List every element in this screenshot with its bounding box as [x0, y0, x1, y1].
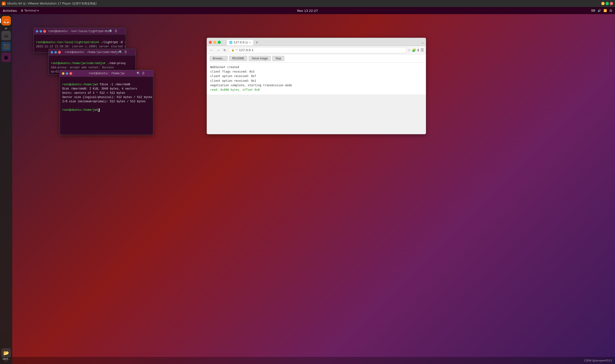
- browser-refresh-button[interactable]: ↻: [222, 47, 228, 53]
- browser-url-bar[interactable]: 🔒 🛡 127.0.0.1: [229, 47, 407, 53]
- minimize-button[interactable]: ─: [601, 2, 605, 5]
- url-text: 127.0.0.1: [239, 48, 254, 52]
- web-content-area: WebSocket created client flags received:…: [207, 63, 426, 94]
- term1-output1: 2023-11-13 21:58:36: (server.c.1989) ser…: [36, 45, 126, 48]
- term3-cursor: ▌: [98, 108, 99, 112]
- ubuntu-topbar: Activities 🖥 Terminal ▾ Nov 13 22:27 ⌨ 🔊…: [0, 7, 615, 14]
- web-app-toolbar: Browse... README Serve Image Stop: [207, 54, 426, 63]
- window-controls: ─ □ ✕: [601, 2, 613, 5]
- term2-cmd1: ./nbd-proxy: [105, 62, 126, 65]
- dock-item-files[interactable]: 🗂: [1, 31, 11, 40]
- volume-icon[interactable]: 🔊: [598, 9, 601, 12]
- web-line-6: read: 0x800 bytes, offset 0x0: [210, 88, 422, 92]
- term1-close-button[interactable]: [43, 30, 46, 33]
- web-line-3: client option received: 0x7: [210, 74, 422, 78]
- web-line-4: client option received: 0x1: [210, 79, 422, 83]
- url-shield-icon: 🛡: [236, 49, 238, 52]
- term3-out1: Disk /dev/nbd0: 2 KiB, 2048 bytes, 4 sec…: [62, 87, 137, 91]
- browser-tab-title: 127.0.0.1/: [234, 41, 248, 44]
- vmware-titlebar: ▶ Ubuntu 64 位- VMware Workstation 17 Pla…: [0, 0, 615, 7]
- vmware-title: Ubuntu 64 位- VMware Workstation 17 Playe…: [7, 2, 601, 6]
- terminal-homejw-titlebar: 🔍 ☰ root@ubuntu: /home/jw: [60, 70, 153, 77]
- browser-close-button[interactable]: [209, 41, 212, 44]
- network-icon[interactable]: 📶: [603, 9, 607, 12]
- term3-prompt1: root@ubuntu:/home/jw#: [62, 83, 98, 86]
- browser-navbar: ← → ↻ 🔒 🛡 127.0.0.1 ☆ 🧩 ⬇ ☰: [207, 46, 426, 54]
- web-line-5: negotiation complete, starting transmiss…: [210, 83, 422, 88]
- term3-max-button[interactable]: [66, 72, 69, 75]
- term2-prompt1: root@ubuntu:/home/jw/code/nbdjs#: [51, 62, 105, 65]
- clock: Nov 13 22:27: [297, 9, 318, 13]
- term1-max-button[interactable]: [39, 30, 42, 33]
- bookmark-icon[interactable]: ☆: [408, 48, 411, 52]
- ubuntu-dock: 🦊 jw 🗂 ⬛ ▣ 📂 Old Fi...: [0, 14, 12, 364]
- terminal-icon: 🖥: [21, 9, 23, 12]
- browser-tabbar: 🌐 127.0.0.1/ ✕ + ⌄: [207, 38, 426, 46]
- dock-item-firefox[interactable]: 🦊: [1, 16, 11, 26]
- browser-max-button[interactable]: [218, 41, 221, 44]
- term3-out3: Sector size (logical/physical): 512 byte…: [62, 96, 152, 99]
- term2-search-icon[interactable]: 🔍: [119, 51, 122, 54]
- stop-button[interactable]: Stop: [272, 56, 284, 61]
- browser-back-button[interactable]: ←: [209, 47, 214, 53]
- term2-out1: nbd-proxy: accept web socket: Success: [51, 66, 114, 69]
- term1-search-icon[interactable]: 🔍: [109, 29, 113, 33]
- browser-tab-close[interactable]: ✕: [249, 41, 251, 44]
- browser-tab-favicon: 🌐: [229, 41, 233, 44]
- close-button[interactable]: ✕: [610, 2, 613, 5]
- terminal-homejw: 🔍 ☰ root@ubuntu: /home/jw root@ubuntu:/h…: [60, 70, 153, 135]
- chevron-down-icon: ▾: [37, 9, 39, 12]
- term1-menu-icon[interactable]: ☰: [115, 29, 117, 33]
- vscode-icon: ⬛: [3, 44, 9, 49]
- csdn-watermark: CSDN @jiangwei0512: [584, 359, 612, 362]
- dock-label-jw: jw: [5, 27, 7, 29]
- terminal-menu[interactable]: 🖥 Terminal ▾: [21, 9, 39, 12]
- term2-max-button[interactable]: [54, 51, 57, 54]
- terminal-nbdjs-titlebar: 🔍 ☰ root@ubuntu: /home/jw/code/nbdjs: [49, 49, 135, 56]
- term3-out2: Units: sectors of 1 * 512 = 512 bytes: [62, 91, 125, 95]
- terminal2-icon: ▣: [4, 54, 9, 60]
- term3-min-button[interactable]: [62, 72, 65, 75]
- term1-cmd1: ./lighttpd -D -f test.conf: [99, 41, 126, 44]
- browser-chevron-icon[interactable]: ⌄: [421, 40, 424, 44]
- term2-min-button[interactable]: [51, 51, 53, 54]
- browser-forward-button[interactable]: →: [215, 47, 221, 53]
- files-icon: 🗂: [4, 33, 9, 39]
- folder-icon: 📂: [3, 350, 9, 356]
- term3-body: root@ubuntu:/home/jw# fdisk -l /dev/nbd0…: [60, 77, 153, 118]
- browser-new-tab-button[interactable]: +: [254, 39, 260, 45]
- browser-tab-main[interactable]: 🌐 127.0.0.1/ ✕: [226, 39, 254, 45]
- dock-label-oldfiles: Old Fi...: [1, 358, 11, 360]
- term3-blank: [62, 104, 64, 107]
- term3-menu-icon[interactable]: ☰: [142, 72, 145, 75]
- power-icon[interactable]: ⏻: [609, 9, 612, 12]
- browser-extensions-icon[interactable]: 🧩: [412, 48, 416, 52]
- serve-image-button[interactable]: Serve Image: [249, 56, 271, 61]
- web-line-1: WebSocket created: [210, 65, 422, 69]
- term3-prompt2: root@ubuntu:/home/jw#: [62, 108, 98, 112]
- dock-item-terminal[interactable]: ▣: [1, 52, 11, 62]
- term1-prompt1: root@ubuntu:/usr/local/lighttpd/sbin#: [36, 41, 99, 44]
- web-line-2: client flags received: 0x3: [210, 69, 422, 74]
- term3-out4: I/O size (minimum/optimal): 512 bytes / …: [62, 100, 146, 103]
- term3-cmd1: fdisk -l /dev/nbd0: [98, 83, 130, 86]
- term2-close-button[interactable]: [58, 51, 61, 54]
- term2-menu-icon[interactable]: ☰: [124, 51, 127, 54]
- dock-item-vscode[interactable]: ⬛: [1, 42, 11, 51]
- terminal-lighttpd-titlebar: 🔍 ☰ root@ubuntu: /usr/local/lighttpd/sbi…: [34, 28, 126, 35]
- restore-button[interactable]: □: [606, 2, 609, 5]
- term3-search-icon[interactable]: 🔍: [137, 72, 140, 75]
- term3-close-button[interactable]: [69, 72, 72, 75]
- bottom-bar: CSDN @jiangwei0512: [0, 357, 615, 364]
- activities-button[interactable]: Activities: [3, 9, 17, 13]
- dock-item-oldfiles[interactable]: 📂: [1, 348, 11, 358]
- term1-min-button[interactable]: [36, 30, 39, 33]
- keyboard-icon: ⌨: [591, 9, 595, 12]
- topbar-right-icons: ⌨ 🔊 📶 ⏻: [591, 9, 612, 12]
- browser-download-icon[interactable]: ⬇: [417, 48, 420, 52]
- browser-min-button[interactable]: [213, 41, 216, 44]
- browse-button[interactable]: Browse...: [210, 56, 228, 61]
- browser-menu-icon[interactable]: ☰: [421, 48, 424, 52]
- firefox-icon: 🦊: [3, 18, 9, 24]
- readme-button[interactable]: README: [229, 56, 247, 61]
